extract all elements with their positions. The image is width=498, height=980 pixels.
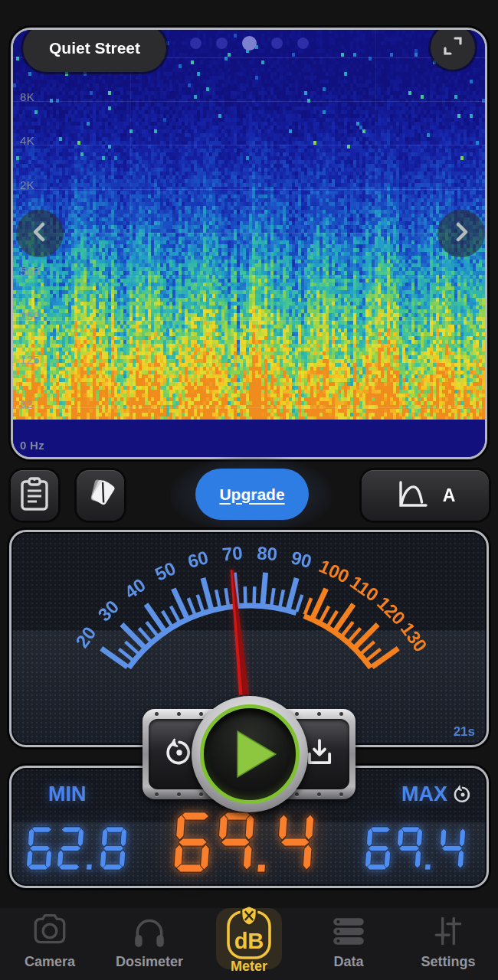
tab-settings[interactable]: Settings (398, 908, 498, 980)
max-label: MAX (401, 782, 447, 806)
current-value-display (172, 812, 326, 874)
svg-text:20: 20 (71, 622, 100, 651)
svg-text:50: 50 (152, 557, 179, 585)
colormap-button[interactable] (77, 470, 124, 521)
svg-text:100: 100 (316, 555, 352, 586)
next-page-button[interactable] (437, 210, 485, 257)
upgrade-button[interactable]: Upgrade (195, 469, 309, 520)
preset-title-pill[interactable]: Quiet Street (23, 28, 166, 72)
elapsed-time: 21s (454, 724, 475, 740)
svg-text:130: 130 (397, 619, 431, 655)
camera-icon (31, 910, 69, 952)
svg-text:110: 110 (346, 572, 382, 606)
save-icon (303, 737, 336, 772)
spectrogram-canvas[interactable] (13, 30, 485, 457)
reset-max-icon[interactable] (451, 783, 474, 806)
freq-label-62: 62 (20, 397, 33, 410)
tab-data[interactable]: Data (299, 908, 398, 980)
svg-text:60: 60 (185, 547, 211, 572)
play-pause-button[interactable] (192, 696, 308, 812)
chevron-left-icon (29, 221, 51, 246)
page-dot[interactable] (190, 38, 201, 49)
min-label: MIN (48, 782, 87, 806)
palette-cards-icon (83, 476, 118, 514)
max-value-display (362, 826, 475, 872)
freq-label-0hz: 0 Hz (20, 439, 44, 452)
expand-icon (440, 33, 466, 62)
tab-meter[interactable]: dB Meter (199, 908, 299, 980)
svg-text:120: 120 (373, 593, 409, 629)
svg-text:40: 40 (121, 574, 149, 603)
freq-label-250: 250 (20, 309, 40, 322)
page-dot[interactable] (271, 38, 283, 49)
svg-text:70: 70 (221, 542, 244, 564)
tab-camera[interactable]: Camera (0, 908, 100, 980)
settings-icon (429, 910, 467, 952)
upgrade-label: Upgrade (219, 485, 284, 504)
clipboard-icon (18, 475, 51, 515)
page-dot[interactable] (216, 38, 228, 49)
app-screen: 8K 4K 2K 500 250 125 62 0 Hz Quiet Stree… (0, 0, 498, 980)
page-dot[interactable] (297, 38, 309, 49)
play-icon (233, 728, 280, 783)
weighting-value: A (443, 485, 456, 506)
freq-label-500: 500 (20, 265, 40, 278)
max-label-group: MAX (401, 782, 474, 806)
page-dot[interactable] (242, 36, 257, 51)
freq-label-4k: 4K (20, 134, 34, 147)
chevron-right-icon (450, 221, 472, 246)
svg-text:90: 90 (289, 547, 314, 572)
response-curve-icon (395, 478, 431, 513)
freq-label-2k: 2K (20, 178, 34, 191)
min-value-display (23, 826, 136, 872)
tab-bar: Camera Dosimeter dB (0, 908, 498, 980)
svg-text:30: 30 (93, 596, 123, 626)
tab-dosimeter[interactable]: Dosimeter (100, 908, 199, 980)
report-button[interactable] (11, 470, 58, 521)
preset-title: Quiet Street (49, 39, 140, 57)
data-icon (329, 910, 368, 952)
freq-label-125: 125 (20, 353, 40, 366)
active-tab-highlight (216, 908, 282, 969)
spectrogram-panel: 8K 4K 2K 500 250 125 62 0 Hz Quiet Stree… (11, 28, 487, 459)
prev-page-button[interactable] (16, 210, 64, 257)
svg-text:80: 80 (256, 542, 278, 564)
headphones-icon (130, 910, 169, 952)
freq-label-8k: 8K (20, 90, 34, 103)
frequency-weighting-button[interactable]: A (362, 470, 489, 521)
